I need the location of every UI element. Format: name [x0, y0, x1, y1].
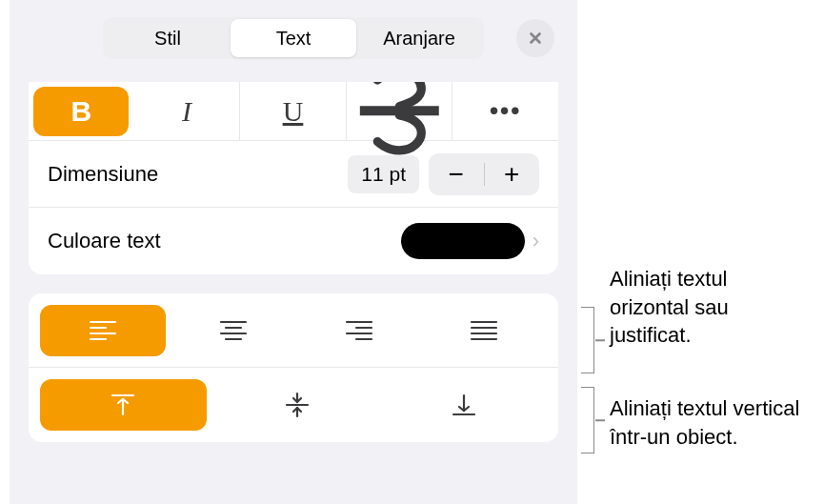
text-style-section: B I U ••• Dimensiune 11 pt: [29, 82, 558, 274]
tab-bar: Stil Text Aranjare: [10, 0, 577, 69]
align-center-icon: [219, 319, 248, 342]
format-panel: Stil Text Aranjare B I U: [10, 0, 577, 504]
tab-arrange[interactable]: Aranjare: [356, 19, 482, 57]
callout-bracket-vertical: [581, 387, 594, 454]
valign-middle-button[interactable]: [214, 379, 381, 431]
chevron-right-icon: ›: [533, 229, 539, 253]
align-justify-icon: [470, 319, 498, 342]
font-size-row: Dimensiune 11 pt − +: [29, 141, 558, 208]
size-label: Dimensiune: [48, 162, 348, 187]
valign-bottom-button[interactable]: [380, 379, 547, 431]
tab-text[interactable]: Text: [231, 19, 356, 57]
align-left-icon: [89, 319, 117, 342]
text-color-row[interactable]: Culoare text ›: [29, 208, 558, 274]
text-color-swatch[interactable]: [401, 223, 525, 259]
font-style-row: B I U •••: [29, 82, 558, 141]
strikethrough-button[interactable]: [347, 82, 453, 140]
bold-icon: B: [33, 87, 129, 136]
valign-bottom-icon: [451, 392, 477, 418]
tab-style[interactable]: Stil: [105, 19, 231, 57]
text-color-label: Culoare text: [48, 229, 401, 253]
callout-bracket-horizontal: [581, 307, 594, 373]
valign-middle-icon: [284, 392, 311, 418]
alignment-section: [29, 293, 558, 442]
italic-button[interactable]: I: [134, 82, 241, 140]
italic-icon: I: [182, 95, 191, 128]
more-icon: •••: [490, 96, 521, 126]
close-icon: [527, 30, 544, 47]
underline-icon: U: [283, 95, 304, 128]
underline-button[interactable]: U: [240, 82, 347, 140]
valign-top-icon: [110, 392, 136, 418]
segmented-control: Stil Text Aranjare: [103, 17, 484, 59]
align-right-icon: [345, 319, 373, 342]
size-increase-button[interactable]: +: [485, 153, 540, 195]
vertical-align-row: [29, 368, 558, 442]
strikethrough-icon: [347, 82, 452, 164]
align-justify-button[interactable]: [422, 305, 548, 356]
callout-horizontal-align: Aliniați textul orizontal sau justificat…: [610, 265, 810, 350]
close-button[interactable]: [516, 19, 554, 57]
align-center-button[interactable]: [171, 305, 297, 356]
align-right-button[interactable]: [296, 305, 422, 356]
more-options-button[interactable]: •••: [452, 82, 558, 140]
callout-vertical-align: Aliniați textul vertical într-un obiect.: [610, 394, 810, 451]
valign-top-button[interactable]: [40, 379, 207, 431]
align-left-button[interactable]: [40, 305, 166, 356]
horizontal-align-row: [29, 293, 558, 368]
bold-button[interactable]: B: [29, 82, 134, 140]
